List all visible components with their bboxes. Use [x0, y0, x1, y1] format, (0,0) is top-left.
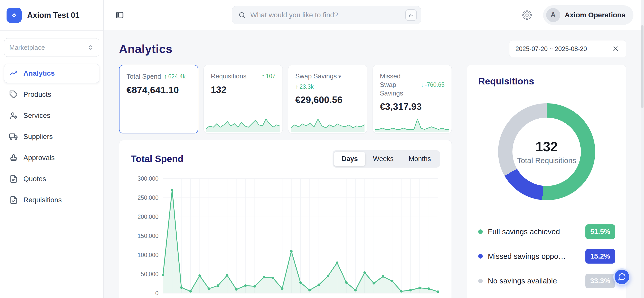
- kpi-delta: ↑23.3k: [295, 83, 360, 91]
- select-chevrons-icon: [87, 44, 94, 51]
- sidebar-item-quotes[interactable]: Quotes: [4, 169, 99, 188]
- topbar: A Axiom Operations: [104, 0, 644, 30]
- kpi-row: Total Spend ↑624.4k €874,641.10 Requisit…: [119, 65, 452, 133]
- kpi-card-swap-savings[interactable]: Swap Savings▾ ↑23.3k €29,600.56: [288, 65, 367, 133]
- svg-text:100,000: 100,000: [138, 252, 158, 258]
- legend-badge: 15.2%: [585, 249, 615, 264]
- kpi-label: Missed Swap Savings: [380, 72, 418, 97]
- page-header: Analytics 2025-07-20 ~ 2025-08-20: [119, 40, 626, 57]
- close-icon: [612, 45, 619, 52]
- sidebar-item-label: Services: [23, 112, 50, 120]
- main-area: A Axiom Operations Analytics 2025-07-20 …: [104, 0, 644, 298]
- kpi-card-missed-swap-savings[interactable]: Missed Swap Savings ↓-760.65 €3,317.93: [373, 65, 452, 133]
- legend-dot: [478, 279, 483, 283]
- tag-icon: [9, 90, 18, 99]
- kpi-delta: ↑107: [262, 73, 275, 80]
- marketplace-select[interactable]: Marketplace: [4, 38, 99, 57]
- legend-label: Missed savings oppo…: [488, 252, 580, 261]
- stamp-icon: [9, 154, 18, 162]
- legend-item-full-savings: Full savings achieved 51.5%: [478, 224, 615, 239]
- kpi-value: €29,600.56: [295, 95, 360, 105]
- svg-text:50,000: 50,000: [141, 271, 158, 277]
- settings-button[interactable]: [521, 10, 533, 21]
- gear-icon: [522, 10, 532, 20]
- search-input[interactable]: [250, 11, 401, 19]
- kpi-value: €3,317.93: [380, 102, 445, 112]
- requisitions-donut: 132 Total Requisitions: [498, 103, 595, 200]
- svg-text:250,000: 250,000: [138, 194, 158, 201]
- legend-dot: [478, 254, 483, 259]
- chevron-down-icon[interactable]: ▾: [338, 73, 341, 80]
- toggle-months-button[interactable]: Months: [401, 152, 438, 166]
- global-search: [232, 6, 421, 24]
- arrow-up-icon: ↑: [164, 73, 167, 80]
- kpi-label: Total Spend: [127, 72, 161, 81]
- kpi-label: Requisitions: [211, 72, 247, 81]
- kpi-card-requisitions[interactable]: Requisitions ↑107 132: [204, 65, 283, 133]
- requisitions-card: Requisitions 132 Total Requisitions Full…: [467, 65, 626, 298]
- app-logo-icon: [7, 8, 22, 23]
- toggle-weeks-button[interactable]: Weeks: [365, 152, 401, 166]
- toggle-days-button[interactable]: Days: [334, 152, 366, 166]
- page-title: Analytics: [119, 42, 173, 56]
- sidebar-item-products[interactable]: Products: [4, 85, 99, 104]
- period-toggle: Days Weeks Months: [333, 150, 440, 168]
- enter-icon: [408, 12, 414, 18]
- arrow-up-icon: ↑: [295, 83, 298, 91]
- sidebar-item-label: Suppliers: [23, 133, 53, 141]
- sidebar-header: Axiom Test 01: [0, 0, 103, 31]
- sparkline-chart: [206, 117, 280, 132]
- sparkline-chart: [291, 117, 365, 132]
- sidebar-item-label: Approvals: [23, 154, 55, 162]
- sidebar-item-label: Quotes: [23, 175, 46, 183]
- right-column: Requisitions 132 Total Requisitions Full…: [467, 65, 626, 298]
- sidebar-item-suppliers[interactable]: Suppliers: [4, 127, 99, 146]
- kpi-value: 132: [211, 85, 275, 95]
- sidebar-item-label: Analytics: [23, 69, 55, 77]
- sidebar-item-label: Products: [23, 90, 51, 98]
- legend-dot: [478, 229, 483, 234]
- topbar-right: A Axiom Operations: [521, 5, 633, 25]
- total-spend-chart-card: Total Spend Days Weeks Months 300,000250…: [119, 140, 452, 298]
- search-enter-key[interactable]: [405, 9, 417, 21]
- chat-fab-button[interactable]: [613, 268, 630, 285]
- avatar: A: [546, 8, 560, 22]
- arrow-up-icon: ↑: [262, 73, 265, 80]
- sidebar-item-approvals[interactable]: Approvals: [4, 148, 99, 167]
- donut-center-value: 132: [536, 139, 558, 154]
- services-icon: [9, 111, 18, 120]
- chat-bubble-icon: [618, 273, 626, 281]
- analytics-icon: [9, 69, 18, 78]
- total-spend-line-chart: 300,000250,000200,000150,000100,00050,00…: [131, 175, 440, 298]
- app-title: Axiom Test 01: [27, 11, 79, 20]
- svg-text:300,000: 300,000: [138, 175, 158, 182]
- kpi-card-total-spend[interactable]: Total Spend ↑624.4k €874,641.10: [119, 65, 198, 133]
- sparkline-chart: [375, 117, 449, 132]
- sidebar: Axiom Test 01 Marketplace Analytics Prod…: [0, 0, 104, 298]
- svg-text:200,000: 200,000: [138, 214, 158, 220]
- kpi-delta: ↑624.4k: [164, 72, 186, 81]
- truck-icon: [9, 132, 18, 141]
- sidebar-item-label: Requisitions: [23, 196, 62, 204]
- legend-item-missed-savings: Missed savings oppo… 15.2%: [478, 249, 615, 264]
- clear-date-button[interactable]: [611, 44, 620, 53]
- date-range-picker[interactable]: 2025-07-20 ~ 2025-08-20: [509, 40, 626, 57]
- scrollbar-thumb[interactable]: [641, 25, 643, 108]
- left-column: Total Spend ↑624.4k €874,641.10 Requisit…: [119, 65, 452, 298]
- sidebar-item-analytics[interactable]: Analytics: [4, 64, 99, 83]
- sidebar-item-requisitions[interactable]: Requisitions: [4, 190, 99, 210]
- dashboard-grid: Total Spend ↑624.4k €874,641.10 Requisit…: [119, 65, 626, 298]
- arrow-down-icon: ↓: [421, 81, 424, 89]
- donut-legend: Full savings achieved 51.5% Missed savin…: [478, 224, 615, 288]
- scrollbar-track[interactable]: [641, 0, 644, 298]
- sidebar-item-services[interactable]: Services: [4, 106, 99, 125]
- date-range-value: 2025-07-20 ~ 2025-08-20: [515, 45, 587, 53]
- sidebar-nav: Analytics Products Services Suppliers Ap…: [0, 64, 103, 210]
- user-name: Axiom Operations: [565, 11, 625, 19]
- user-menu[interactable]: A Axiom Operations: [543, 5, 633, 25]
- page-content: Analytics 2025-07-20 ~ 2025-08-20 Total …: [104, 30, 644, 298]
- requisitions-title: Requisitions: [478, 76, 615, 87]
- svg-text:150,000: 150,000: [138, 233, 158, 239]
- legend-item-no-savings: No savings available 33.3%: [478, 274, 615, 288]
- sidebar-collapse-button[interactable]: [114, 10, 125, 21]
